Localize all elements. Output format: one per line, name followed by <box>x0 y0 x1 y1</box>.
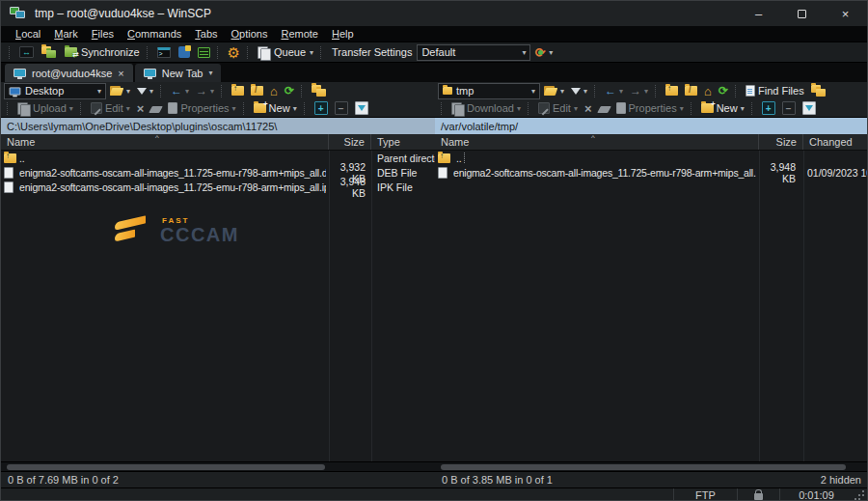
remote-open-directory-button[interactable]: ▾ <box>541 83 567 98</box>
protocol-indicator[interactable]: FTP <box>673 488 737 501</box>
open-terminal-button[interactable]: > <box>153 43 175 62</box>
maximize-button[interactable] <box>780 1 824 26</box>
local-open-directory-button[interactable]: ▾ <box>107 83 133 98</box>
remote-edit-button[interactable]: Edit ▾ <box>535 100 581 116</box>
local-hide-button[interactable]: − <box>332 100 351 116</box>
local-filter-toggle-button[interactable] <box>352 100 371 116</box>
table-row[interactable]: ↑ .. <box>435 151 868 165</box>
menu-commands[interactable]: Commands <box>121 28 188 40</box>
menu-help[interactable]: Help <box>325 28 361 40</box>
menu-local[interactable]: Local <box>9 28 47 40</box>
local-back-button[interactable]: ←▾ <box>168 83 192 98</box>
local-column-size[interactable]: Size <box>329 134 371 150</box>
toolbar-grip[interactable] <box>243 102 247 115</box>
remote-path-bar[interactable]: /var/volatile/tmp/ <box>435 118 868 134</box>
remote-back-button[interactable]: ←▾ <box>602 83 626 98</box>
tab-close-icon[interactable]: × <box>118 68 123 79</box>
swap-panels-button[interactable] <box>38 43 61 62</box>
security-indicator[interactable] <box>737 488 779 501</box>
toolbar-grip[interactable] <box>80 102 84 115</box>
column-divider[interactable] <box>759 151 760 461</box>
synchronize-button[interactable]: ⇄ Synchronize <box>61 43 144 62</box>
table-row[interactable]: enigma2-softcams-oscam-all-images_11.725… <box>435 165 868 180</box>
remote-properties-button[interactable]: Properties ▾ <box>613 100 687 116</box>
remote-home-button[interactable]: ⌂ <box>701 83 715 98</box>
local-new-button[interactable]: + New ▾ <box>251 100 300 116</box>
remote-show-all-button[interactable]: + <box>759 100 778 116</box>
local-filter-button[interactable]: ▾ <box>134 83 156 98</box>
transfer-options-button[interactable]: ⟳ ▾ <box>530 43 556 62</box>
column-divider[interactable] <box>371 151 372 461</box>
toolbar-grip[interactable] <box>147 46 150 59</box>
local-drive-select[interactable]: Desktop ▾ <box>4 83 106 99</box>
remote-filter-button[interactable]: ▾ <box>568 83 590 98</box>
toolbar-grip[interactable] <box>441 102 445 115</box>
local-delete-button[interactable]: × <box>134 100 148 116</box>
toolbar-grip[interactable] <box>751 102 755 115</box>
toolbar-grip[interactable] <box>217 46 221 59</box>
remote-directory-select[interactable]: tmp ▾ <box>438 83 540 99</box>
menu-options[interactable]: Options <box>225 28 275 40</box>
menu-files[interactable]: Files <box>85 28 121 40</box>
scrollbar-thumb[interactable] <box>441 464 846 470</box>
new-tab[interactable]: New Tab ▾ <box>135 64 222 82</box>
remote-root-directory-button[interactable]: / <box>682 83 700 98</box>
local-show-all-button[interactable]: + <box>312 100 331 116</box>
toolbar-grip[interactable] <box>528 102 531 115</box>
menu-tabs[interactable]: Tabs <box>188 28 224 40</box>
menu-remote[interactable]: Remote <box>274 28 325 40</box>
new-session-button[interactable]: ↔ <box>15 43 38 62</box>
toolbar-grip[interactable] <box>594 85 598 97</box>
download-button[interactable]: Download ▾ <box>448 100 524 116</box>
toolbar-grip[interactable] <box>320 46 324 59</box>
local-refresh-button[interactable]: ⟳ <box>282 83 297 98</box>
local-parent-directory-button[interactable]: ↑ <box>229 83 247 98</box>
local-forward-button[interactable]: →▾ <box>193 83 217 98</box>
toolbar-grip[interactable] <box>301 85 305 97</box>
queue-button[interactable]: Queue ▾ <box>254 43 317 62</box>
remote-new-button[interactable]: + New ▾ <box>698 100 747 116</box>
toolbar-grip[interactable] <box>655 85 659 97</box>
toolbar-grip[interactable] <box>9 46 13 59</box>
close-button[interactable]: × <box>824 1 867 26</box>
remote-refresh-button[interactable]: ⟳ <box>716 83 731 98</box>
local-home-button[interactable]: ⌂ <box>267 83 281 98</box>
remote-parent-directory-button[interactable]: ↑ <box>663 83 681 98</box>
remote-delete-button[interactable]: × <box>582 100 595 116</box>
transfer-settings-select[interactable]: Default ▾ <box>417 44 530 61</box>
minimize-button[interactable]: – <box>737 1 780 26</box>
local-properties-button[interactable]: Properties ▾ <box>165 100 238 116</box>
local-path-bar[interactable]: C:\Users\lymam\OneDrive\Desktop\plugins\… <box>1 118 435 134</box>
synchronize-browsing-button[interactable] <box>194 43 214 62</box>
local-open-in-explorer-button[interactable] <box>309 83 330 98</box>
remote-open-in-new-window-button[interactable] <box>808 83 829 98</box>
resize-grip[interactable] <box>853 488 867 501</box>
remote-forward-button[interactable]: →▾ <box>627 83 651 98</box>
column-divider[interactable] <box>803 151 804 461</box>
local-column-type[interactable]: Type <box>371 134 435 150</box>
remote-column-name[interactable]: Name <box>435 134 759 150</box>
add-to-queue-button[interactable] <box>175 43 194 62</box>
local-root-directory-button[interactable]: / <box>248 83 266 98</box>
local-rename-button[interactable] <box>148 100 164 116</box>
toolbar-grip[interactable] <box>247 46 251 59</box>
session-tab[interactable]: root@vuduo4kse × <box>5 64 133 82</box>
remote-rename-button[interactable] <box>596 100 612 116</box>
table-row[interactable]: enigma2-softcams-oscam-all-images_11.725… <box>1 180 435 194</box>
toolbar-grip[interactable] <box>691 102 694 115</box>
local-column-name[interactable]: Name <box>1 134 329 150</box>
remote-column-size[interactable]: Size <box>759 134 803 150</box>
toolbar-grip[interactable] <box>304 102 308 115</box>
upload-button[interactable]: Upload ▾ <box>14 100 76 116</box>
scrollbar-thumb[interactable] <box>7 464 325 470</box>
remote-horizontal-scrollbar[interactable] <box>435 461 868 471</box>
find-files-button[interactable]: Find Files <box>743 83 807 98</box>
preferences-button[interactable]: ⚙ <box>224 43 244 62</box>
remote-hide-button[interactable]: − <box>779 100 799 116</box>
local-edit-button[interactable]: Edit ▾ <box>88 100 133 116</box>
toolbar-grip[interactable] <box>735 85 739 97</box>
menu-mark[interactable]: Mark <box>47 28 84 40</box>
toolbar-grip[interactable] <box>160 85 164 97</box>
toolbar-grip[interactable] <box>221 85 225 97</box>
local-horizontal-scrollbar[interactable] <box>1 461 435 471</box>
